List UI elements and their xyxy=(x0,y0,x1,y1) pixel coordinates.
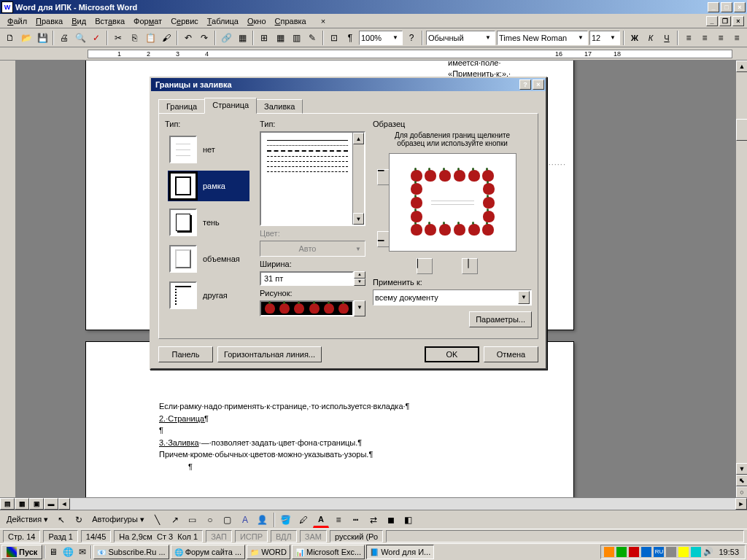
status-lang[interactable]: русский (Ро xyxy=(330,530,383,542)
width-value[interactable]: 31 пт xyxy=(260,271,354,286)
shadow-icon[interactable]: ◼ xyxy=(383,512,399,528)
view-print-icon[interactable]: ▣ xyxy=(29,498,44,510)
arrow-style-icon[interactable]: ⇄ xyxy=(365,512,382,528)
textbox-icon[interactable]: ▢ xyxy=(220,512,236,528)
fill-color-icon[interactable]: 🪣 xyxy=(278,512,294,528)
font-color-icon[interactable]: A xyxy=(313,512,329,528)
scroll-up-icon[interactable]: ▲ xyxy=(353,133,364,144)
setting-box[interactable]: рамка xyxy=(168,171,249,201)
3d-icon[interactable]: ◧ xyxy=(400,512,417,528)
task-button-active[interactable]: 📘Word для И... xyxy=(366,545,434,559)
font-combo[interactable]: ▼ xyxy=(497,31,588,45)
scroll-up-icon[interactable]: ▲ xyxy=(736,61,747,72)
bold-icon[interactable]: Ж xyxy=(627,30,642,46)
view-outline-icon[interactable]: ▬ xyxy=(44,498,58,510)
columns-icon[interactable]: ▥ xyxy=(289,30,303,46)
tray-icon[interactable] xyxy=(678,547,689,557)
status-ovr[interactable]: ЗАМ xyxy=(300,530,327,542)
browse-prev-icon[interactable]: ⬉ xyxy=(736,475,747,486)
open-icon[interactable]: 📂 xyxy=(19,30,34,46)
setting-none[interactable]: нет xyxy=(168,134,249,165)
art-combo[interactable]: ▼ xyxy=(260,300,365,316)
scroll-left-icon[interactable]: ◄ xyxy=(58,498,70,510)
chevron-down-icon[interactable]: ▼ xyxy=(576,34,586,41)
spell-icon[interactable]: ✓ xyxy=(89,30,104,46)
scroll-right-icon[interactable]: ► xyxy=(735,498,747,510)
tray-icon[interactable] xyxy=(629,547,639,557)
dialog-titlebar[interactable]: Границы и заливка ? × xyxy=(151,78,546,91)
setting-shadow[interactable]: тень xyxy=(168,207,249,238)
doc-restore-button[interactable]: ❐ xyxy=(719,16,731,26)
tray-icon[interactable] xyxy=(604,547,614,557)
help-icon[interactable]: ? xyxy=(404,30,419,46)
view-web-icon[interactable]: ▦ xyxy=(15,498,29,510)
zoom-input[interactable] xyxy=(361,34,390,42)
doc-close-button[interactable]: × xyxy=(732,16,744,26)
task-button[interactable]: 📊Microsoft Exc... xyxy=(292,545,365,559)
doc-minimize-button[interactable]: _ xyxy=(706,16,718,26)
drawing-actions[interactable]: Действия ▾ xyxy=(3,513,52,526)
menu-table[interactable]: Таблица xyxy=(203,15,243,27)
arrow-icon[interactable]: ↗ xyxy=(167,512,183,528)
width-spinner[interactable]: 31 пт ▲▼ xyxy=(260,271,365,286)
tray-icon[interactable] xyxy=(641,547,651,557)
ok-button[interactable]: OK xyxy=(425,346,479,362)
table-icon[interactable]: ⊞ xyxy=(257,30,271,46)
show-marks-icon[interactable]: ¶ xyxy=(343,30,357,46)
cancel-button[interactable]: Отмена xyxy=(484,346,538,362)
browse-select-icon[interactable]: ○ xyxy=(736,486,747,498)
horizontal-ruler[interactable]: 1 2 3 4 16 17 18 xyxy=(0,47,747,61)
save-icon[interactable]: 💾 xyxy=(35,30,50,46)
tab-border[interactable]: Граница xyxy=(158,99,205,114)
chevron-down-icon[interactable]: ▼ xyxy=(608,34,618,41)
scroll-down-icon[interactable]: ▼ xyxy=(353,213,364,225)
map-icon[interactable]: ⊡ xyxy=(327,30,341,46)
menu-window[interactable]: Окно xyxy=(243,15,271,27)
menu-view[interactable]: Вид xyxy=(67,15,90,27)
chevron-down-icon[interactable]: ▼ xyxy=(354,300,365,316)
tab-page[interactable]: Страница xyxy=(204,98,257,114)
new-icon[interactable]: 🗋 xyxy=(3,30,18,46)
style-input[interactable] xyxy=(428,34,483,42)
align-left-icon[interactable]: ≡ xyxy=(681,30,696,46)
options-button[interactable]: Параметры... xyxy=(469,311,532,327)
horizontal-scrollbar[interactable]: ▤ ▦ ▣ ▬ ◄ ► xyxy=(0,497,747,510)
style-list[interactable]: ▲ ▼ xyxy=(260,131,365,226)
select-icon[interactable]: ↖ xyxy=(53,512,69,528)
view-normal-icon[interactable]: ▤ xyxy=(0,498,15,510)
dash-style-icon[interactable]: ┅ xyxy=(348,512,364,528)
line-style-icon[interactable]: ≡ xyxy=(330,512,347,528)
chevron-down-icon[interactable]: ▼ xyxy=(518,291,530,304)
vertical-scrollbar[interactable]: ▲ ▼ ⬉ ○ ⬊ xyxy=(735,61,747,510)
preview-box[interactable] xyxy=(389,153,516,252)
hline-button[interactable]: Горизонтальная линия... xyxy=(217,346,322,362)
align-right-icon[interactable]: ≡ xyxy=(713,30,728,46)
rectangle-icon[interactable]: ▭ xyxy=(185,512,201,528)
font-input[interactable] xyxy=(499,34,576,42)
tray-icon[interactable] xyxy=(691,547,701,557)
italic-icon[interactable]: К xyxy=(643,30,658,46)
task-button[interactable]: 🌐Форум сайта ... xyxy=(171,545,246,559)
rotate-icon[interactable]: ↻ xyxy=(71,512,87,528)
applyto-combo[interactable]: всему документу ▼ xyxy=(373,289,532,306)
menu-edit[interactable]: Правка xyxy=(31,15,67,27)
align-center-icon[interactable]: ≡ xyxy=(697,30,712,46)
quicklaunch-icon[interactable]: 🌐 xyxy=(61,545,74,559)
style-combo[interactable]: ▼ xyxy=(426,31,495,45)
paste-icon[interactable]: 📋 xyxy=(143,30,158,46)
font-size-input[interactable] xyxy=(592,34,608,42)
panel-button[interactable]: Панель xyxy=(158,346,213,362)
spin-up-icon[interactable]: ▲ xyxy=(354,271,365,279)
excel-icon[interactable]: ▦ xyxy=(273,30,287,46)
redo-icon[interactable]: ↷ xyxy=(197,30,212,46)
scroll-down-icon[interactable]: ▼ xyxy=(736,463,747,475)
underline-icon[interactable]: Ч xyxy=(659,30,674,46)
chevron-down-icon[interactable]: ▼ xyxy=(390,34,400,41)
clipart-icon[interactable]: 👤 xyxy=(255,512,271,528)
autoshapes[interactable]: Автофигуры ▾ xyxy=(88,513,148,526)
font-size-combo[interactable]: ▼ xyxy=(589,31,620,45)
cut-icon[interactable]: ✂ xyxy=(111,30,125,46)
clock[interactable]: 19:53 xyxy=(716,548,742,556)
zoom-combo[interactable]: ▼ xyxy=(359,31,403,45)
task-button[interactable]: 📧Subscribe.Ru ... xyxy=(93,545,169,559)
